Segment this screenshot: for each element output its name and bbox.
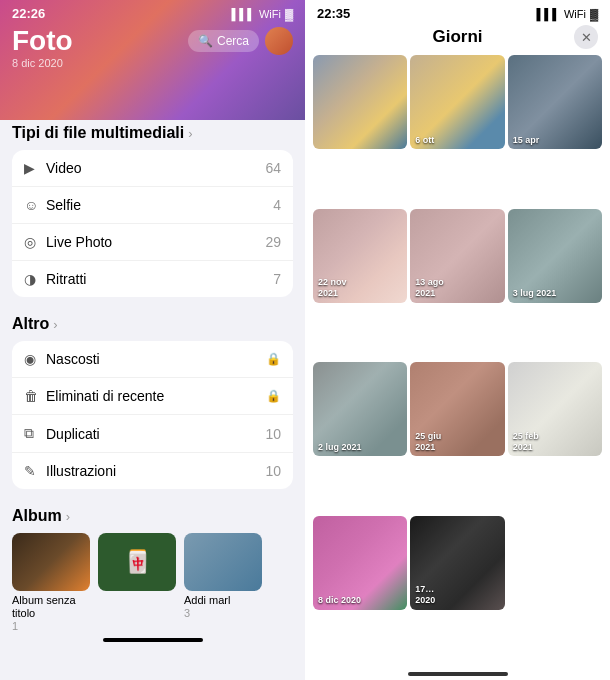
right-status-icons: ▌▌▌ WiFi ▓ (537, 8, 598, 20)
photo-date-11: 17…2020 (415, 584, 435, 606)
photo-cell-2[interactable]: 6 ott (410, 55, 504, 149)
illustrazioni-icon: ✎ (24, 463, 46, 479)
search-icon: 🔍 (198, 34, 213, 48)
photo-cell-5[interactable]: 13 ago2021 (410, 209, 504, 303)
right-wifi-icon: WiFi (564, 8, 586, 20)
altro-chevron: › (53, 317, 57, 332)
album-header: Album › (12, 507, 293, 525)
ritratti-row[interactable]: ◑ Ritratti 7 (12, 261, 293, 297)
photo-date-8: 25 giu2021 (415, 431, 441, 453)
selfie-count: 4 (273, 197, 281, 213)
live-photo-row[interactable]: ◎ Live Photo 29 (12, 224, 293, 261)
nascosti-icon: ◉ (24, 351, 46, 367)
album-count-1: 1 (12, 620, 90, 632)
left-date: 8 dic 2020 (0, 57, 305, 69)
album-name-3: Addi marl (184, 594, 262, 607)
photo-date-4: 22 nov2021 (318, 277, 347, 299)
search-button[interactable]: 🔍 Cerca (188, 30, 259, 52)
photo-cell-9[interactable]: 25 feb2021 (508, 362, 602, 456)
album-item-city[interactable]: Album senza titolo 1 (12, 533, 90, 632)
video-count: 64 (265, 160, 281, 176)
nascosti-row[interactable]: ◉ Nascosti 🔒 (12, 341, 293, 378)
media-types-header: Tipi di file multimediali › (12, 124, 293, 142)
close-button[interactable]: ✕ (574, 25, 598, 49)
altro-card: ◉ Nascosti 🔒 🗑 Eliminati di recente 🔒 ⧉ … (12, 341, 293, 489)
illustrazioni-label: Illustrazioni (46, 463, 265, 479)
right-panel: 22:35 ▌▌▌ WiFi ▓ Giorni ✕ 6 ott 15 apr 2… (305, 0, 610, 680)
close-icon: ✕ (581, 30, 592, 45)
media-types-chevron: › (188, 126, 192, 141)
album-item-game[interactable]: 🀄 (98, 533, 176, 632)
photo-cell-3[interactable]: 15 apr (508, 55, 602, 149)
photo-cell-7[interactable]: 2 lug 2021 (313, 362, 407, 456)
photo-date-9: 25 feb2021 (513, 431, 539, 453)
altro-header: Altro › (12, 315, 293, 333)
live-photo-label: Live Photo (46, 234, 265, 250)
album-item-add[interactable]: Addi marl 3 (184, 533, 262, 632)
photo-cell-10[interactable]: 8 dic 2020 (313, 516, 407, 610)
right-signal-icon: ▌▌▌ (537, 8, 560, 20)
photo-date-6: 3 lug 2021 (513, 288, 557, 299)
album-chevron: › (66, 509, 70, 524)
selfie-row[interactable]: ☺ Selfie 4 (12, 187, 293, 224)
media-types-card: ▶ Video 64 ☺ Selfie 4 ◎ Live Photo 29 ◑ … (12, 150, 293, 297)
photo-cell-11[interactable]: 17…2020 (410, 516, 504, 610)
left-status-time: 22:26 (12, 6, 45, 21)
eliminati-label: Eliminati di recente (46, 388, 266, 404)
live-photo-count: 29 (265, 234, 281, 250)
album-thumb-city (12, 533, 90, 591)
right-title: Giorni (432, 27, 482, 47)
left-status-icons: ▌▌▌ WiFi ▓ (232, 8, 293, 20)
photo-cell-4[interactable]: 22 nov2021 (313, 209, 407, 303)
media-types-title: Tipi di file multimediali (12, 124, 184, 142)
right-header: Giorni ✕ (305, 21, 610, 55)
photo-date-3: 15 apr (513, 135, 540, 146)
live-photo-icon: ◎ (24, 234, 46, 250)
photo-date-7: 2 lug 2021 (318, 442, 362, 453)
video-row[interactable]: ▶ Video 64 (12, 150, 293, 187)
left-content: Tipi di file multimediali › ▶ Video 64 ☺… (0, 124, 305, 632)
wifi-icon: WiFi (259, 8, 281, 20)
photo-date-10: 8 dic 2020 (318, 595, 361, 606)
photo-date-5: 13 ago2021 (415, 277, 444, 299)
photo-cell-empty (508, 516, 602, 610)
photo-cell-6[interactable]: 3 lug 2021 (508, 209, 602, 303)
nascosti-label: Nascosti (46, 351, 266, 367)
illustrazioni-row[interactable]: ✎ Illustrazioni 10 (12, 453, 293, 489)
left-panel: 22:26 ▌▌▌ WiFi ▓ Foto 🔍 Cerca 8 dic 2020… (0, 0, 305, 680)
album-thumb-game: 🀄 (98, 533, 176, 591)
ritratti-count: 7 (273, 271, 281, 287)
ritratti-label: Ritratti (46, 271, 273, 287)
search-label: Cerca (217, 34, 249, 48)
eliminati-row[interactable]: 🗑 Eliminati di recente 🔒 (12, 378, 293, 415)
home-indicator-right (408, 672, 508, 676)
duplicati-count: 10 (265, 426, 281, 442)
signal-icon: ▌▌▌ (232, 8, 255, 20)
album-title: Album (12, 507, 62, 525)
photo-date-2: 6 ott (415, 135, 434, 146)
ritratti-icon: ◑ (24, 271, 46, 287)
duplicati-row[interactable]: ⧉ Duplicati 10 (12, 415, 293, 453)
illustrazioni-count: 10 (265, 463, 281, 479)
photo-cell-8[interactable]: 25 giu2021 (410, 362, 504, 456)
album-row: Album senza titolo 1 🀄 Addi marl 3 (12, 533, 293, 632)
left-title-row: Foto 🔍 Cerca (0, 21, 305, 57)
home-indicator-left (103, 638, 203, 642)
album-thumb-add (184, 533, 262, 591)
album-name-1: Album senza titolo (12, 594, 90, 620)
photo-cell-1[interactable] (313, 55, 407, 149)
right-battery-icon: ▓ (590, 8, 598, 20)
left-status-bar: 22:26 ▌▌▌ WiFi ▓ (0, 0, 305, 21)
eliminati-icon: 🗑 (24, 388, 46, 404)
right-status-bar: 22:35 ▌▌▌ WiFi ▓ (305, 0, 610, 21)
video-icon: ▶ (24, 160, 46, 176)
selfie-icon: ☺ (24, 197, 46, 213)
right-status-time: 22:35 (317, 6, 350, 21)
photo-grid: 6 ott 15 apr 22 nov2021 13 ago2021 3 lug… (305, 55, 610, 666)
duplicati-icon: ⧉ (24, 425, 46, 442)
avatar[interactable] (265, 27, 293, 55)
selfie-label: Selfie (46, 197, 273, 213)
video-label: Video (46, 160, 265, 176)
eliminati-lock: 🔒 (266, 389, 281, 403)
battery-icon: ▓ (285, 8, 293, 20)
